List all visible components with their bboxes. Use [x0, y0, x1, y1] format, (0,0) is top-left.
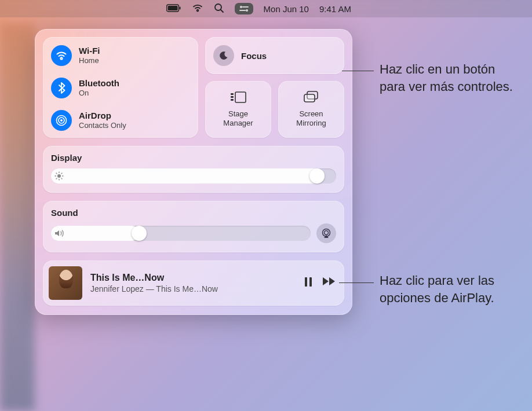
focus-tile[interactable]: Focus	[205, 37, 344, 74]
stage-manager-tile[interactable]: Stage Manager	[205, 81, 271, 138]
control-center-panel: Wi-Fi Home Bluetooth On	[35, 29, 352, 315]
display-slider[interactable]	[51, 168, 336, 184]
screen-mirroring-tile[interactable]: Screen Mirroring	[278, 81, 344, 138]
svg-line-26	[56, 178, 57, 179]
focus-label: Focus	[241, 51, 267, 61]
svg-line-4	[221, 10, 223, 12]
callout-focus: Haz clic en un botón para ver más contro…	[380, 61, 519, 95]
airdrop-title: AirDrop	[79, 111, 126, 122]
moon-icon	[213, 45, 234, 66]
next-track-button[interactable]	[322, 277, 336, 289]
svg-rect-12	[235, 92, 246, 102]
desktop-background-slice	[0, 23, 35, 411]
album-art	[49, 266, 82, 300]
connectivity-module[interactable]: Wi-Fi Home Bluetooth On	[43, 37, 198, 138]
control-center-icon[interactable]	[235, 3, 253, 14]
wifi-status: Home	[79, 56, 100, 65]
bluetooth-icon	[51, 78, 72, 98]
airdrop-status: Contacts Only	[79, 121, 126, 130]
svg-rect-17	[304, 94, 315, 102]
svg-rect-2	[179, 6, 180, 9]
svg-rect-29	[305, 277, 307, 287]
menubar: Mon Jun 10 9:41 AM	[0, 0, 532, 17]
svg-rect-14	[231, 96, 234, 98]
svg-rect-15	[231, 99, 234, 101]
airdrop-row[interactable]: AirDrop Contacts Only	[51, 110, 190, 131]
pause-button[interactable]	[304, 277, 313, 289]
sound-title: Sound	[51, 208, 336, 218]
svg-rect-30	[309, 277, 312, 287]
menubar-date[interactable]: Mon Jun 10	[264, 4, 309, 14]
svg-point-7	[246, 9, 248, 12]
svg-point-5	[240, 6, 242, 8]
svg-line-25	[61, 173, 62, 174]
battery-icon	[166, 4, 181, 14]
wifi-title: Wi-Fi	[79, 46, 100, 57]
bluetooth-status: On	[79, 89, 119, 98]
now-playing-module[interactable]: This Is Me…Now Jennifer Lopez — This Is …	[43, 260, 344, 306]
display-module: Display	[43, 146, 344, 193]
bluetooth-row[interactable]: Bluetooth On	[51, 78, 190, 98]
display-title: Display	[51, 153, 336, 163]
svg-point-18	[57, 174, 61, 178]
airdrop-icon	[51, 110, 72, 131]
svg-rect-1	[167, 6, 177, 10]
svg-line-24	[61, 178, 62, 179]
svg-point-3	[215, 4, 221, 10]
airplay-audio-button[interactable]	[316, 223, 336, 243]
wifi-icon	[192, 3, 203, 14]
brightness-icon	[54, 171, 64, 181]
wifi-icon	[51, 45, 72, 66]
callout-line	[339, 282, 374, 283]
sound-module: Sound	[43, 201, 344, 252]
svg-rect-13	[231, 93, 234, 95]
screen-mirroring-icon	[303, 91, 319, 106]
stage-manager-label: Stage Manager	[223, 109, 253, 127]
volume-icon	[54, 229, 65, 237]
svg-point-28	[325, 231, 329, 235]
spotlight-icon[interactable]	[214, 3, 224, 15]
bluetooth-title: Bluetooth	[79, 78, 119, 89]
callout-airplay: Haz clic para ver las opciones de AirPla…	[380, 272, 519, 306]
now-playing-subtitle: Jennifer Lopez — This Is Me…Now	[90, 284, 296, 295]
stage-manager-icon	[229, 91, 247, 106]
wifi-row[interactable]: Wi-Fi Home	[51, 45, 190, 66]
screen-mirroring-label: Screen Mirroring	[296, 109, 326, 127]
svg-point-11	[60, 119, 63, 122]
sound-slider[interactable]	[51, 226, 311, 241]
now-playing-title: This Is Me…Now	[90, 271, 296, 284]
callout-line	[342, 71, 374, 71]
svg-line-23	[56, 173, 57, 174]
menubar-time[interactable]: 9:41 AM	[319, 4, 351, 14]
